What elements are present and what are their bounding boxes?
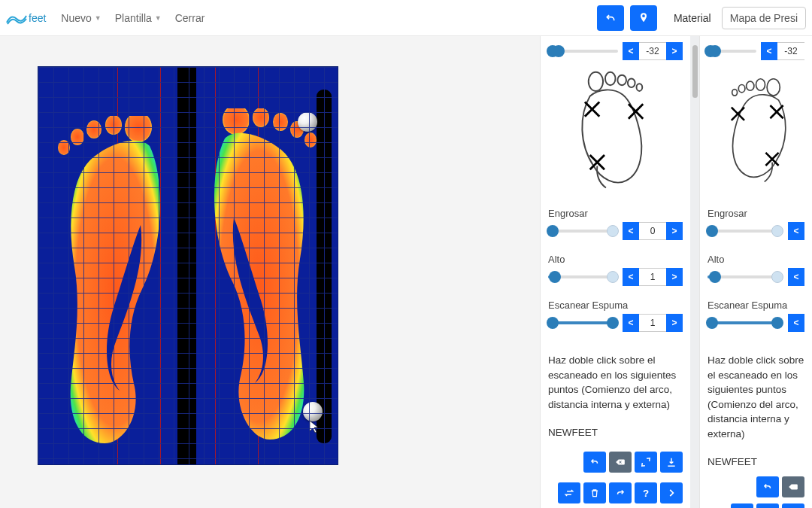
redo-button[interactable] (782, 503, 804, 508)
decrement-button[interactable]: < (788, 222, 804, 240)
menu-template-label: Plantilla (115, 12, 152, 24)
erase-button[interactable] (609, 452, 632, 473)
swap-button[interactable] (558, 482, 580, 503)
menu-new-label: Nuevo (61, 12, 91, 24)
svg-point-5 (223, 108, 250, 135)
help-button[interactable]: ? (635, 482, 657, 503)
decrement-button[interactable]: < (623, 42, 639, 60)
svg-point-24 (738, 85, 745, 93)
redo-button[interactable] (609, 482, 632, 503)
increment-button[interactable]: > (666, 42, 683, 60)
divider-bar (180, 97, 193, 436)
foot-diagram (707, 69, 804, 197)
scan-foam-slider[interactable] (548, 315, 618, 330)
panel-scrollbar[interactable] (690, 36, 699, 508)
svg-point-3 (71, 129, 84, 145)
svg-point-1 (105, 116, 122, 135)
instruction-text: Haz doble click sobre el escaneado en lo… (548, 353, 683, 412)
pin-icon (638, 12, 650, 24)
svg-point-6 (253, 108, 269, 127)
thicken-label: Engrosar (548, 208, 683, 219)
undo-button[interactable] (583, 452, 606, 473)
instruction-text: Haz doble click sobre el escaneado en lo… (707, 353, 804, 441)
brand-text: NEWFEET (548, 427, 683, 438)
offset-slider[interactable] (707, 44, 756, 59)
offset-value: -32 (639, 42, 666, 60)
decrement-button[interactable]: < (788, 314, 804, 332)
svg-point-0 (125, 116, 152, 142)
menu-template[interactable]: Plantilla▼ (115, 12, 162, 24)
swap-button[interactable] (731, 503, 753, 508)
svg-point-13 (628, 79, 635, 88)
decrement-button[interactable]: < (623, 314, 639, 332)
svg-point-11 (605, 72, 616, 85)
main-menu: Nuevo▼ Plantilla▼ Cerrar (61, 12, 205, 24)
cursor-icon (308, 419, 320, 433)
right-foot-heatmap (202, 108, 323, 447)
chevron-down-icon: ▼ (155, 14, 162, 22)
svg-point-2 (86, 120, 102, 138)
thicken-value: 0 (639, 222, 666, 240)
height-label: Alto (707, 254, 804, 265)
menu-close[interactable]: Cerrar (175, 12, 205, 24)
download-button[interactable] (660, 452, 683, 473)
erase-button[interactable] (782, 476, 804, 497)
delete-button[interactable] (756, 503, 779, 508)
offset-control: < -32 > (548, 42, 683, 60)
scan-foam-slider[interactable] (707, 315, 783, 330)
height-slider[interactable] (707, 269, 783, 284)
left-foot-heatmap (52, 116, 172, 447)
undo-button[interactable] (597, 5, 624, 31)
foot-diagram (548, 69, 683, 197)
scan-foam-label: Escanear Espuma (707, 300, 804, 311)
decrement-button[interactable]: < (623, 268, 639, 286)
scan-foam-value: 1 (639, 314, 666, 332)
increment-button[interactable]: > (666, 268, 683, 286)
pressure-map-select[interactable]: Mapa de Presi (722, 7, 806, 29)
pressure-map-value: Mapa de Presi (730, 12, 798, 24)
undo-icon (604, 12, 617, 24)
thicken-slider[interactable] (548, 224, 618, 239)
thicken-slider[interactable] (707, 224, 783, 239)
topbar: feet Nuevo▼ Plantilla▼ Cerrar Material M… (0, 0, 812, 36)
height-label: Alto (548, 254, 683, 265)
increment-button[interactable]: > (666, 314, 683, 332)
svg-point-14 (637, 84, 643, 91)
next-button[interactable] (660, 482, 683, 503)
decrement-button[interactable]: < (788, 268, 804, 286)
svg-point-12 (617, 75, 626, 86)
svg-point-23 (747, 81, 754, 90)
increment-button[interactable]: > (666, 222, 683, 240)
offset-stepper: < -32 > (623, 42, 683, 60)
menu-new[interactable]: Nuevo▼ (61, 12, 101, 24)
svg-point-10 (589, 72, 603, 91)
svg-point-9 (304, 132, 317, 148)
locate-button[interactable] (630, 5, 657, 31)
menu-close-label: Cerrar (175, 12, 205, 24)
foot-panel-right: < -32 (699, 36, 812, 508)
delete-button[interactable] (583, 482, 606, 503)
svg-point-21 (767, 79, 780, 96)
wave-icon (6, 11, 27, 25)
thicken-label: Engrosar (707, 208, 804, 219)
svg-point-4 (58, 140, 70, 155)
svg-point-25 (732, 90, 738, 96)
app-logo: feet (6, 11, 46, 25)
svg-point-7 (273, 113, 288, 131)
decrement-button[interactable]: < (761, 42, 777, 60)
undo-button[interactable] (756, 476, 779, 497)
height-slider[interactable] (548, 269, 618, 284)
expand-button[interactable] (635, 452, 657, 473)
pressure-scan[interactable] (38, 66, 338, 465)
decrement-button[interactable]: < (623, 222, 639, 240)
marker-ball[interactable] (298, 112, 317, 132)
foot-panel-left: < -32 > (540, 36, 690, 508)
material-label: Material (674, 12, 711, 24)
svg-point-22 (756, 79, 765, 90)
offset-value: -32 (777, 42, 804, 60)
offset-slider[interactable] (548, 44, 618, 59)
scan-foam-label: Escanear Espuma (548, 300, 683, 311)
main-area: < -32 > (0, 36, 812, 508)
brand-text: NEWFEET (707, 456, 804, 467)
height-value: 1 (639, 268, 666, 286)
